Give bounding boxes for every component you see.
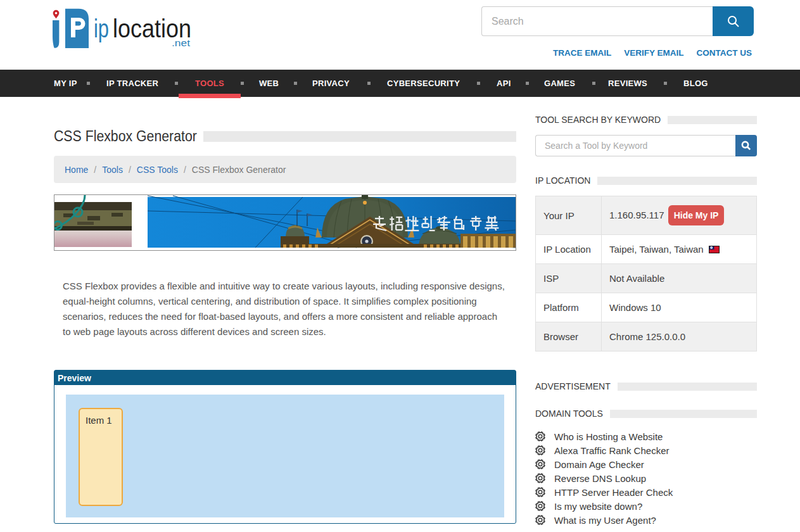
svg-text:.net: .net [172, 37, 191, 48]
svg-text:ip: ip [94, 15, 109, 42]
